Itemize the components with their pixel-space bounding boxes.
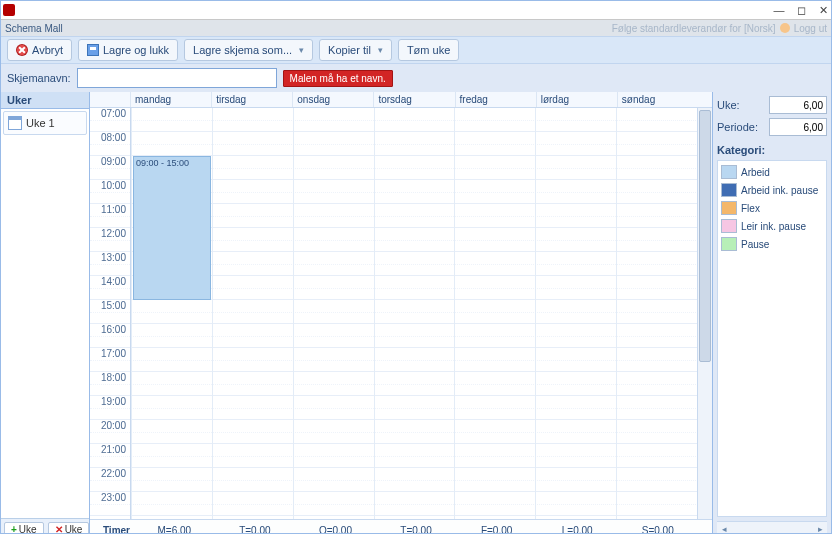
hour-label: 23:00 (90, 492, 130, 516)
clear-week-button[interactable]: Tøm uke (398, 39, 459, 61)
day-lane[interactable]: 09:00 - 15:00 (131, 108, 212, 519)
kategori-label: Pause (741, 239, 769, 250)
kategori-label: Leir ink. pause (741, 221, 806, 232)
kategori-header: Kategori: (717, 144, 827, 156)
footer-cell: L=0,00 (537, 525, 618, 535)
kategori-item[interactable]: Flex (720, 199, 824, 217)
hour-label: 18:00 (90, 372, 130, 396)
day-lane[interactable] (616, 108, 697, 519)
hour-label: 22:00 (90, 468, 130, 492)
minimize-button[interactable]: — (773, 4, 785, 16)
user-icon (780, 23, 790, 33)
scroll-right-icon[interactable]: ▸ (815, 524, 825, 534)
day-header: søndag (617, 92, 698, 107)
schema-name-input[interactable] (77, 68, 277, 88)
hour-label: 13:00 (90, 252, 130, 276)
x-icon: ✕ (55, 524, 63, 534)
save-close-button[interactable]: Lagre og lukk (78, 39, 178, 61)
chevron-down-icon: ▾ (299, 45, 304, 55)
color-swatch (721, 165, 737, 179)
week-label: Uke 1 (26, 117, 55, 129)
hour-label: 14:00 (90, 276, 130, 300)
footer-cell: O=0,00 (295, 525, 376, 535)
horizontal-scrollbar[interactable]: ◂ ▸ (717, 521, 827, 534)
days-grid[interactable]: 09:00 - 15:00 (131, 108, 697, 519)
save-icon (87, 44, 99, 56)
vertical-scrollbar[interactable] (697, 108, 712, 519)
day-header: torsdag (373, 92, 454, 107)
day-header: fredag (455, 92, 536, 107)
validation-error: Malen må ha et navn. (283, 70, 393, 87)
plus-icon: + (11, 524, 17, 534)
footer-cell: T=0,00 (376, 525, 457, 535)
day-header: tirsdag (211, 92, 292, 107)
chevron-down-icon: ▾ (378, 45, 383, 55)
app-window: — ◻ ✕ Schema Mall Følge standardleverand… (0, 0, 832, 534)
calendar-event[interactable]: 09:00 - 15:00 (133, 156, 211, 300)
app-icon (3, 4, 15, 16)
hour-label: 11:00 (90, 204, 130, 228)
cancel-button[interactable]: Avbryt (7, 39, 72, 61)
color-swatch (721, 183, 737, 197)
hour-label: 07:00 (90, 108, 130, 132)
add-week-button[interactable]: +Uke (4, 522, 44, 534)
day-lane[interactable] (454, 108, 535, 519)
hour-label: 20:00 (90, 420, 130, 444)
hour-label: 17:00 (90, 348, 130, 372)
day-lane[interactable] (374, 108, 455, 519)
day-lane[interactable] (535, 108, 616, 519)
day-header: onsdag (292, 92, 373, 107)
calendar-icon (8, 116, 22, 130)
schema-name-label: Skjemanavn: (7, 72, 71, 84)
day-header: lørdag (536, 92, 617, 107)
hour-label: 15:00 (90, 300, 130, 324)
kategori-label: Arbeid ink. pause (741, 185, 818, 196)
hour-label: 10:00 (90, 180, 130, 204)
maximize-button[interactable]: ◻ (795, 4, 807, 16)
footer-cell: T=0,00 (215, 525, 296, 535)
kategori-item[interactable]: Leir ink. pause (720, 217, 824, 235)
kategori-item[interactable]: Arbeid (720, 163, 824, 181)
toolbar: Avbryt Lagre og lukk Lagre skjema som...… (1, 36, 831, 64)
kategori-label: Flex (741, 203, 760, 214)
right-panel: Uke: Periode: Kategori: ArbeidArbeid ink… (713, 92, 831, 534)
kategori-list: ArbeidArbeid ink. pauseFlexLeir ink. pau… (717, 160, 827, 517)
subtitle-bar: Schema Mall Følge standardleverandør for… (1, 20, 831, 36)
scroll-thumb[interactable] (699, 110, 711, 362)
hour-label: 08:00 (90, 132, 130, 156)
uke-label: Uke: (717, 99, 740, 111)
delete-week-button[interactable]: ✕Uke (48, 522, 90, 534)
footer-cell: F=0,00 (456, 525, 537, 535)
day-lane[interactable] (293, 108, 374, 519)
weeks-panel: Uker Uke 1 +Uke ✕Uke (1, 92, 90, 534)
day-header: mandag (130, 92, 211, 107)
window-title: Schema Mall (5, 23, 63, 34)
hour-label: 19:00 (90, 396, 130, 420)
hour-label: 09:00 (90, 156, 130, 180)
hour-label: 21:00 (90, 444, 130, 468)
periode-label: Periode: (717, 121, 758, 133)
weeks-header: Uker (1, 92, 89, 109)
scroll-left-icon[interactable]: ◂ (719, 524, 729, 534)
day-lane[interactable] (212, 108, 293, 519)
kategori-item[interactable]: Arbeid ink. pause (720, 181, 824, 199)
color-swatch (721, 219, 737, 233)
save-as-button[interactable]: Lagre skjema som...▾ (184, 39, 313, 61)
weeks-list: Uke 1 (1, 109, 89, 518)
periode-input[interactable] (769, 118, 827, 136)
close-button[interactable]: ✕ (817, 4, 829, 16)
hours-footer: Timer M=6,00 T=0,00 O=0,00 T=0,00 F=0,00… (90, 519, 712, 534)
copy-to-button[interactable]: Kopier til▾ (319, 39, 392, 61)
kategori-item[interactable]: Pause (720, 235, 824, 253)
footer-cell: S=0,00 (617, 525, 698, 535)
hour-label: 16:00 (90, 324, 130, 348)
calendar-header: mandag tirsdag onsdag torsdag fredag lør… (90, 92, 712, 108)
week-item[interactable]: Uke 1 (3, 111, 87, 135)
name-row: Skjemanavn: Malen må ha et navn. (1, 64, 831, 92)
kategori-label: Arbeid (741, 167, 770, 178)
uke-input[interactable] (769, 96, 827, 114)
calendar: mandag tirsdag onsdag torsdag fredag lør… (90, 92, 713, 534)
footer-cell: M=6,00 (134, 525, 215, 535)
color-swatch (721, 237, 737, 251)
logout-link[interactable]: Logg ut (794, 23, 827, 34)
